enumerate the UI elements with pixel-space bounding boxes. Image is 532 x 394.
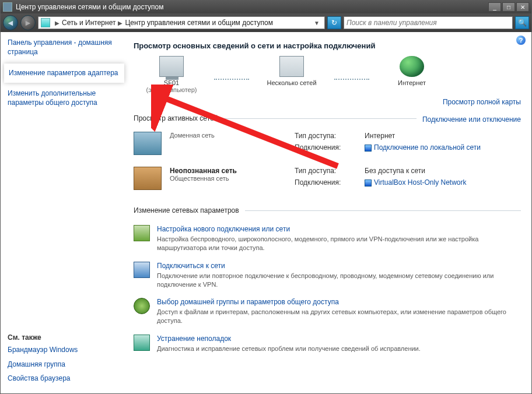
net2-access-label: Тип доступа:: [295, 167, 359, 175]
task-new-connection: Настройка нового подключения или сети На…: [134, 220, 521, 257]
connect-network-icon: [134, 262, 150, 278]
task-new-connection-link[interactable]: Настройка нового подключения или сети: [157, 225, 521, 233]
map-node2-label: Несколько сетей: [267, 79, 316, 86]
content-area: Панель управления - домашняя страница Из…: [1, 32, 531, 393]
map-connector: [334, 79, 369, 80]
sidebar-link-browser-props[interactable]: Свойства браузера: [8, 374, 121, 383]
map-node1-sublabel: (этот компьютер): [146, 86, 197, 93]
refresh-button[interactable]: ↻: [327, 16, 341, 29]
network2-type: Общественная сеть: [170, 175, 286, 182]
map-node1-label: SF01: [164, 79, 179, 86]
network-entry-unidentified: Неопознанная сеть Общественная сеть Тип …: [134, 163, 521, 198]
map-node-internet[interactable]: Интернет: [374, 56, 450, 86]
new-connection-icon: [134, 225, 150, 241]
task-new-connection-desc: Настройка беспроводного, широкополосного…: [157, 235, 521, 252]
page-heading: Просмотр основных сведений о сети и наст…: [134, 41, 521, 50]
change-settings-group: Изменение сетевых параметров Настройка н…: [134, 206, 521, 358]
troubleshoot-icon: [134, 335, 150, 351]
window-title: Центр управления сетями и общим доступом: [16, 3, 164, 11]
sidebar-highlighted-item: Изменение параметров адаптера: [4, 64, 124, 82]
address-bar: ◄ ► ▶ Сеть и Интернет ▶ Центр управления…: [1, 13, 531, 32]
network-entry-domain: Доменная сеть Тип доступа: Интернет Подк…: [134, 128, 521, 163]
chevron-down-icon[interactable]: ▼: [314, 20, 320, 26]
net1-access-value: Интернет: [365, 132, 521, 140]
sidebar-link-homegroup[interactable]: Домашняя группа: [8, 360, 121, 369]
network2-title: Неопознанная сеть: [170, 167, 286, 175]
task-connect: Подключиться к сети Подключение или повт…: [134, 257, 521, 294]
net1-access-label: Тип доступа:: [295, 132, 359, 140]
connect-disconnect-link[interactable]: Подключение или отключение: [416, 115, 521, 124]
breadcrumb-part2[interactable]: Центр управления сетями и общим доступом: [125, 19, 273, 27]
task-connect-link[interactable]: Подключиться к сети: [157, 262, 521, 270]
computer-icon: [159, 56, 184, 77]
minimize-button[interactable]: _: [488, 2, 501, 12]
net2-connection-link[interactable]: VirtualBox Host-Only Network: [374, 178, 467, 187]
map-node-this-pc[interactable]: SF01 (этот компьютер): [134, 56, 209, 93]
breadcrumb-part1[interactable]: Сеть и Интернет: [62, 19, 116, 27]
public-network-icon: [134, 167, 162, 190]
map-node3-label: Интернет: [398, 79, 426, 86]
network-icon: [279, 56, 304, 77]
chevron-right-icon: ▶: [55, 20, 60, 26]
control-panel-icon: [41, 18, 50, 27]
nav-forward-button[interactable]: ►: [20, 15, 36, 30]
active-networks-group: Просмотр активных сетей Подключение или …: [134, 114, 521, 198]
see-also-heading: См. также: [8, 333, 121, 342]
chevron-right-icon: ▶: [118, 20, 123, 26]
globe-icon: [400, 56, 424, 77]
sidebar: Панель управления - домашняя страница Из…: [1, 32, 128, 393]
help-icon[interactable]: ?: [516, 36, 526, 45]
breadcrumb-bar[interactable]: ▶ Сеть и Интернет ▶ Центр управления сет…: [38, 16, 325, 29]
task-troubleshoot-link[interactable]: Устранение неполадок: [157, 335, 421, 343]
search-box[interactable]: [344, 16, 513, 29]
view-full-map-link[interactable]: Просмотр полной карты: [443, 98, 521, 106]
map-connector: [214, 79, 249, 80]
domain-network-icon: [134, 132, 162, 155]
titlebar: Центр управления сетями и общим доступом…: [1, 1, 531, 13]
change-settings-legend: Изменение сетевых параметров: [134, 206, 245, 214]
nav-back-button[interactable]: ◄: [3, 15, 18, 30]
lan-icon: [365, 145, 372, 152]
lan-icon: [365, 180, 372, 187]
network-map: SF01 (этот компьютер) Несколько сетей Ин…: [134, 56, 521, 106]
search-button[interactable]: 🔍: [515, 16, 529, 29]
search-input[interactable]: [346, 19, 510, 27]
window-icon: [3, 2, 12, 12]
network-center-window: Центр управления сетями и общим доступом…: [0, 0, 532, 394]
task-homegroup-link[interactable]: Выбор домашней группы и параметров общег…: [157, 298, 521, 306]
task-homegroup-desc: Доступ к файлам и принтерам, расположенн…: [157, 308, 521, 325]
main-content: ? Просмотр основных сведений о сети и на…: [128, 32, 531, 393]
homegroup-icon: [134, 298, 150, 314]
map-node-networks[interactable]: Несколько сетей: [254, 56, 330, 86]
sidebar-link-advanced[interactable]: Изменить дополнительные параметры общего…: [8, 89, 121, 107]
net2-access-value: Без доступа к сети: [365, 167, 521, 175]
maximize-button[interactable]: □: [502, 2, 515, 12]
net1-conn-label: Подключения:: [295, 143, 359, 152]
sidebar-link-adapter[interactable]: Изменение параметров адаптера: [9, 68, 120, 78]
close-button[interactable]: ✕: [516, 2, 529, 12]
net2-conn-label: Подключения:: [295, 178, 359, 187]
net1-connection-link[interactable]: Подключение по локальной сети: [374, 143, 481, 152]
sidebar-link-home[interactable]: Панель управления - домашняя страница: [8, 38, 121, 57]
sidebar-link-firewall[interactable]: Брандмауэр Windows: [8, 345, 121, 354]
task-homegroup: Выбор домашней группы и параметров общег…: [134, 293, 521, 330]
task-troubleshoot: Устранение неполадок Диагностика и испра…: [134, 330, 521, 358]
task-troubleshoot-desc: Диагностика и исправление сетевых пробле…: [157, 344, 421, 353]
network1-type: Доменная сеть: [170, 132, 286, 139]
task-connect-desc: Подключение или повторное подключение к …: [157, 272, 521, 289]
active-networks-legend: Просмотр активных сетей: [134, 114, 223, 122]
